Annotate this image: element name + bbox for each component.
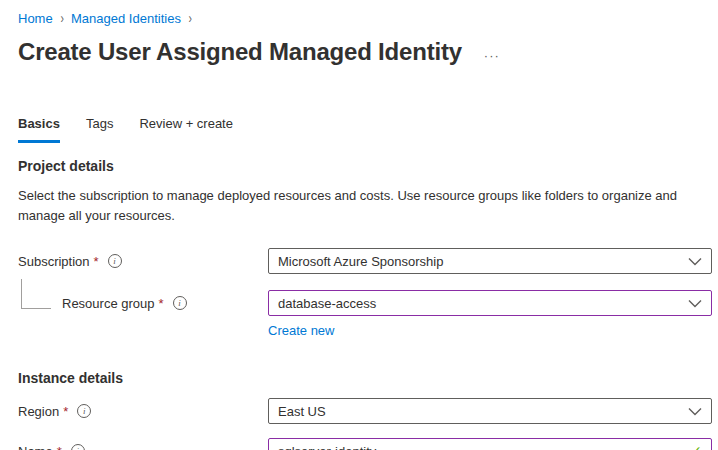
resource-group-row: Resource group * i database-access: [18, 290, 712, 316]
info-icon[interactable]: i: [108, 254, 122, 268]
breadcrumb-separator-icon: ›: [60, 10, 63, 27]
resource-group-label-group: Resource group * i: [18, 296, 268, 311]
info-icon[interactable]: i: [77, 404, 91, 418]
chevron-down-icon: [688, 407, 702, 416]
hierarchy-connector: [21, 279, 51, 309]
breadcrumb-separator-icon: ›: [188, 10, 191, 27]
required-asterisk: *: [63, 404, 68, 419]
name-input[interactable]: [278, 444, 684, 450]
region-dropdown[interactable]: East US: [268, 398, 712, 424]
chevron-down-icon: [688, 299, 702, 308]
resource-group-label: Resource group: [62, 296, 155, 311]
valid-check-icon: ✓: [690, 443, 702, 450]
subscription-row: Subscription * i Microsoft Azure Sponsor…: [18, 248, 712, 274]
breadcrumb: Home › Managed Identities ›: [18, 10, 712, 26]
subscription-dropdown[interactable]: Microsoft Azure Sponsorship: [268, 248, 712, 274]
tab-tags[interactable]: Tags: [86, 116, 113, 143]
info-icon[interactable]: i: [173, 296, 187, 310]
required-asterisk: *: [159, 296, 164, 311]
project-details-description: Select the subscription to manage deploy…: [18, 186, 694, 226]
page-title: Create User Assigned Managed Identity: [18, 38, 462, 66]
title-row: Create User Assigned Managed Identity ··…: [18, 38, 712, 66]
breadcrumb-home-link[interactable]: Home: [18, 11, 53, 26]
tab-bar: Basics Tags Review + create: [18, 116, 712, 144]
tab-basics[interactable]: Basics: [18, 116, 60, 143]
required-asterisk: *: [94, 254, 99, 269]
name-label-group: Name * i: [18, 444, 268, 450]
name-input-wrap: ✓: [268, 438, 712, 450]
more-options-icon[interactable]: ···: [484, 48, 500, 63]
name-label: Name: [18, 444, 53, 450]
region-label: Region: [18, 404, 59, 419]
instance-details-heading: Instance details: [18, 370, 712, 386]
region-dropdown-value: East US: [278, 404, 326, 419]
subscription-label: Subscription: [18, 254, 90, 269]
subscription-dropdown-value: Microsoft Azure Sponsorship: [278, 254, 443, 269]
subscription-label-group: Subscription * i: [18, 254, 268, 269]
resource-group-dropdown[interactable]: database-access: [268, 290, 712, 316]
region-row: Region * i East US: [18, 398, 712, 424]
info-icon[interactable]: i: [71, 444, 85, 450]
project-details-heading: Project details: [18, 158, 712, 174]
resource-group-dropdown-value: database-access: [278, 296, 376, 311]
chevron-down-icon: [688, 257, 702, 266]
required-asterisk: *: [57, 444, 62, 450]
breadcrumb-managed-identities-link[interactable]: Managed Identities: [71, 11, 181, 26]
create-new-resource-group-link[interactable]: Create new: [268, 323, 334, 338]
region-label-group: Region * i: [18, 404, 268, 419]
name-row: Name * i ✓: [18, 438, 712, 450]
tab-review-create[interactable]: Review + create: [139, 116, 233, 143]
create-identity-page: Home › Managed Identities › Create User …: [0, 0, 712, 450]
